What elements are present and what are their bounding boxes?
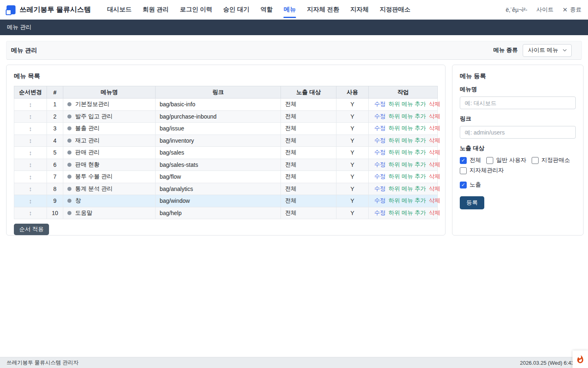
table-row: ↕ 9 창 bag/window 전체 Y 수정하위 메뉴 추가삭제 [14, 195, 438, 207]
checkbox-option[interactable]: 지자체관리자 [460, 167, 504, 174]
expose-target: 전체 [281, 99, 336, 111]
nav-item[interactable]: 로그인 이력 [174, 0, 218, 20]
navbar-right: ë‚¨êµ¬ì²- 사이트 ✕ 종료 [506, 6, 581, 13]
delete-link[interactable]: 삭제 [429, 125, 440, 131]
edit-link[interactable]: 수정 [374, 125, 386, 131]
menu-link: bag/issue [156, 123, 281, 135]
delete-link[interactable]: 삭제 [429, 209, 440, 216]
menu-table: 순서변경#메뉴명링크노출 대상사용작업 ↕ 1 기본정보관리 bag/basic… [14, 86, 438, 219]
edit-link[interactable]: 수정 [374, 185, 386, 192]
sort-handle-icon[interactable]: ↕ [29, 185, 32, 192]
delete-link[interactable]: 삭제 [429, 173, 440, 180]
debug-toolbar-flame-icon[interactable] [572, 350, 588, 368]
table-row: ↕ 6 판매 현황 bag/sales-stats 전체 Y 수정하위 메뉴 추… [14, 159, 438, 171]
use-flag: Y [336, 195, 369, 207]
nav-item[interactable]: 회원 관리 [137, 0, 174, 20]
add-submenu-link[interactable]: 하위 메뉴 추가 [389, 197, 426, 204]
menu-type-label: 메뉴 종류 [493, 47, 518, 54]
add-submenu-link[interactable]: 하위 메뉴 추가 [389, 101, 426, 107]
sort-handle-icon[interactable]: ↕ [29, 173, 32, 180]
menu-type-select[interactable]: 사이트 메뉴 [523, 44, 572, 57]
add-submenu-link[interactable]: 하위 메뉴 추가 [389, 185, 426, 192]
checkbox-icon [486, 157, 493, 164]
edit-link[interactable]: 수정 [374, 161, 386, 168]
logout-label: 종료 [570, 6, 581, 13]
edit-link[interactable]: 수정 [374, 113, 386, 119]
add-submenu-link[interactable]: 하위 메뉴 추가 [389, 125, 426, 131]
delete-link[interactable]: 삭제 [429, 101, 440, 107]
edit-link[interactable]: 수정 [374, 209, 386, 216]
footer: 쓰레기봉투 물류시스템 관리자 2026.03.25 (Wed) 6:43:43 [0, 357, 588, 368]
nav-item[interactable]: 역할 [255, 0, 278, 20]
nav-item[interactable]: 대시보드 [102, 0, 137, 20]
menu-link-label: 링크 [460, 115, 576, 123]
bullet-dot-icon [67, 163, 71, 167]
add-submenu-link[interactable]: 하위 메뉴 추가 [389, 173, 426, 180]
sort-handle-icon[interactable]: ↕ [29, 161, 32, 168]
edit-link[interactable]: 수정 [374, 101, 386, 107]
expose-target: 전체 [281, 195, 336, 207]
table-row: ↕ 7 봉투 수불 관리 bag/flow 전체 Y 수정하위 메뉴 추가삭제 [14, 171, 438, 183]
checkbox-option[interactable]: ✓ 전체 [460, 157, 481, 164]
add-submenu-link[interactable]: 하위 메뉴 추가 [389, 113, 426, 119]
menu-type-selected-value: 사이트 메뉴 [528, 47, 558, 54]
checkbox-option[interactable]: ✓ 노출 [460, 181, 481, 188]
add-submenu-link[interactable]: 하위 메뉴 추가 [389, 149, 426, 155]
menu-name-input[interactable] [460, 96, 576, 109]
edit-link[interactable]: 수정 [374, 137, 386, 144]
edit-link[interactable]: 수정 [374, 149, 386, 155]
menu-name: 창 [75, 197, 81, 204]
app-brand[interactable]: 쓰레기봉투 물류시스템 [7, 5, 91, 14]
column-header: 사용 [336, 86, 369, 99]
breadcrumb-title: 메뉴 관리 [7, 24, 31, 31]
expose-target: 전체 [281, 207, 336, 219]
logout-link[interactable]: ✕ 종료 [562, 6, 581, 13]
table-row: ↕ 3 불출 관리 bag/issue 전체 Y 수정하위 메뉴 추가삭제 [14, 123, 438, 135]
delete-link[interactable]: 삭제 [429, 137, 440, 144]
checkbox-option[interactable]: 일반 사용자 [486, 157, 526, 164]
page-title: 메뉴 관리 [11, 47, 37, 54]
delete-link[interactable]: 삭제 [429, 161, 440, 168]
menu-link-input[interactable] [460, 126, 576, 139]
edit-link[interactable]: 수정 [374, 197, 386, 204]
sort-handle-icon[interactable]: ↕ [29, 209, 32, 216]
expose-target: 전체 [281, 110, 336, 123]
sort-handle-icon[interactable]: ↕ [29, 113, 32, 120]
checkbox-icon: ✓ [460, 157, 467, 164]
sort-handle-icon[interactable]: ↕ [29, 137, 32, 144]
menu-list-title: 메뉴 목록 [14, 72, 438, 80]
menu-name-label: 메뉴명 [460, 86, 576, 93]
table-row: ↕ 8 통계 분석 관리 bag/analytics 전체 Y 수정하위 메뉴 … [14, 183, 438, 195]
sort-handle-icon[interactable]: ↕ [29, 149, 32, 156]
nav-item[interactable]: 지정판매소 [374, 0, 416, 20]
apply-order-button[interactable]: 순서 적용 [14, 224, 49, 235]
delete-link[interactable]: 삭제 [429, 149, 440, 155]
menu-name: 통계 분석 관리 [75, 185, 113, 192]
sort-handle-icon[interactable]: ↕ [29, 197, 32, 204]
delete-link[interactable]: 삭제 [429, 197, 440, 204]
register-button[interactable]: 등록 [460, 196, 484, 209]
nav-item[interactable]: 지자체 전환 [301, 0, 345, 20]
site-link[interactable]: 사이트 [536, 6, 553, 13]
menu-name: 재고 관리 [75, 137, 100, 144]
nav-item[interactable]: 메뉴 [278, 0, 301, 20]
checkbox-label: 전체 [470, 157, 481, 164]
menu-name: 불출 관리 [75, 125, 100, 131]
edit-link[interactable]: 수정 [374, 173, 386, 180]
column-header: # [47, 86, 63, 99]
delete-link[interactable]: 삭제 [429, 113, 440, 119]
add-submenu-link[interactable]: 하위 메뉴 추가 [389, 161, 426, 168]
checkbox-option[interactable]: 지정판매소 [532, 157, 570, 164]
use-flag: Y [336, 135, 369, 147]
sort-handle-icon[interactable]: ↕ [29, 125, 32, 132]
delete-link[interactable]: 삭제 [429, 185, 440, 192]
sort-handle-icon[interactable]: ↕ [29, 101, 32, 108]
column-header: 순서변경 [14, 86, 47, 99]
breadcrumb-bar: 메뉴 관리 [0, 20, 588, 35]
nav-item[interactable]: 지자체 [345, 0, 374, 20]
add-submenu-link[interactable]: 하위 메뉴 추가 [389, 209, 426, 216]
table-row: ↕ 2 발주 입고 관리 bag/purchase-inbound 전체 Y 수… [14, 110, 438, 123]
checkbox-label: 지자체관리자 [470, 167, 504, 174]
nav-item[interactable]: 승인 대기 [218, 0, 255, 20]
add-submenu-link[interactable]: 하위 메뉴 추가 [389, 137, 426, 144]
